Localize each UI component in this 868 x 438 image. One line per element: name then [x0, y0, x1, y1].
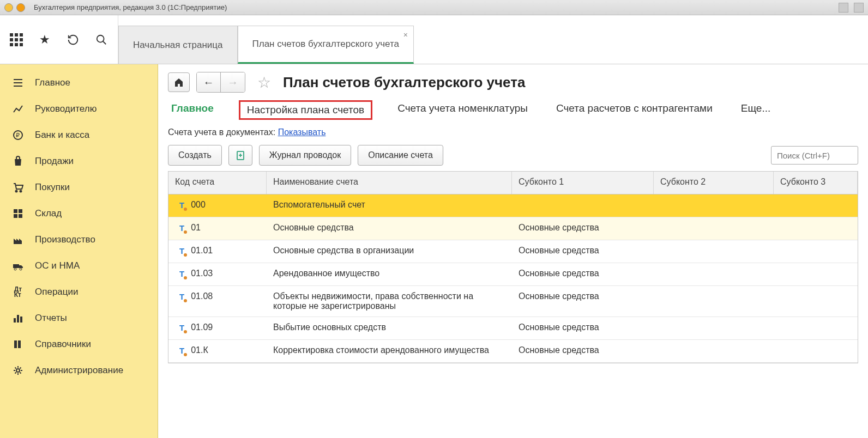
- cell-sub3: [774, 263, 858, 274]
- cell-sub3: [774, 340, 858, 351]
- accounts-in-docs-line: Счета учета в документах: Показывать: [168, 127, 858, 137]
- boxes-icon: [11, 206, 25, 221]
- svg-rect-20: [18, 340, 21, 348]
- sidebar-item-manager[interactable]: Руководителю: [0, 96, 158, 122]
- cell-sub3: [774, 240, 858, 251]
- history-icon[interactable]: [67, 33, 80, 46]
- tab-start-page[interactable]: Начальная страница: [118, 26, 238, 64]
- th-sub1[interactable]: Субконто 1: [512, 172, 654, 194]
- th-sub2[interactable]: Субконто 2: [654, 172, 774, 194]
- doc-line-link[interactable]: Показывать: [278, 127, 326, 137]
- subtab-settings[interactable]: Настройка плана счетов: [239, 100, 372, 120]
- window-minimize-button[interactable]: [4, 3, 13, 12]
- sidebar-item-operations[interactable]: ДтКт Операции: [0, 279, 158, 305]
- cell-name: Выбытие основных средств: [267, 317, 512, 338]
- sidebar-nav: Главное Руководителю ₽ Банк и касса Прод…: [0, 64, 158, 438]
- cell-sub1: [512, 194, 654, 205]
- cell-name: Корректировка стоимости арендованного им…: [267, 340, 512, 361]
- sidebar-item-warehouse[interactable]: Склад: [0, 200, 158, 227]
- sidebar-item-sales[interactable]: Продажи: [0, 148, 158, 174]
- cell-sub3: [774, 317, 858, 328]
- cell-sub3: [774, 286, 858, 297]
- svg-rect-19: [14, 340, 17, 348]
- svg-point-0: [97, 35, 104, 42]
- cell-code: 01.К: [191, 345, 208, 355]
- nav-back-button[interactable]: ←: [197, 72, 221, 92]
- table-row[interactable]: Т01.01Основные средства в организацииОсн…: [168, 240, 858, 263]
- cell-name: Основные средства в организации: [267, 240, 512, 261]
- table-header: Код счета Наименование счета Субконто 1 …: [168, 172, 858, 194]
- books-icon: [11, 337, 25, 351]
- window-title: Бухгалтерия предприятия, редакция 3.0 (1…: [34, 3, 227, 11]
- chart-bars-icon: [11, 311, 25, 325]
- sidebar-item-label: Склад: [35, 208, 62, 219]
- bag-icon: [11, 154, 25, 168]
- tab-chart-of-accounts[interactable]: План счетов бухгалтерского учета ×: [238, 26, 414, 64]
- sidebar-item-bank[interactable]: ₽ Банк и касса: [0, 122, 158, 148]
- table-row[interactable]: Т01Основные средстваОсновные средства: [168, 217, 858, 240]
- th-code[interactable]: Код счета: [168, 172, 267, 194]
- subtab-main[interactable]: Главное: [168, 100, 217, 120]
- account-type-icon: Т: [179, 292, 184, 301]
- subtab-contractors[interactable]: Счета расчетов с контрагентами: [553, 100, 716, 120]
- describe-button[interactable]: Описание счета: [358, 145, 443, 166]
- sidebar-item-production[interactable]: Производство: [0, 227, 158, 253]
- sidebar-item-admin[interactable]: Администрирование: [0, 357, 158, 384]
- table-row[interactable]: Т01.03Арендованное имуществоОсновные сре…: [168, 263, 858, 286]
- table-row[interactable]: Т01.08Объекты недвижимости, права собств…: [168, 286, 858, 317]
- th-name[interactable]: Наименование счета: [267, 172, 512, 194]
- th-sub3[interactable]: Субконто 3: [774, 172, 858, 194]
- table-row[interactable]: Т01.ККорректировка стоимости арендованно…: [168, 340, 858, 363]
- search-input[interactable]: [771, 146, 858, 165]
- cell-sub1: Основные средства: [512, 317, 654, 338]
- window-action-icon[interactable]: [854, 3, 864, 13]
- cart-icon: [11, 180, 25, 194]
- sidebar-item-assets[interactable]: ОС и НМА: [0, 253, 158, 279]
- subtab-nomenclature[interactable]: Счета учета номенклатуры: [394, 100, 531, 120]
- window-title-bar: Бухгалтерия предприятия, редакция 3.0 (1…: [0, 0, 868, 15]
- svg-rect-10: [19, 209, 22, 213]
- svg-rect-12: [19, 214, 22, 218]
- factory-icon: [11, 233, 25, 247]
- favorite-star-icon[interactable]: ☆: [257, 74, 271, 92]
- sidebar-item-label: Покупки: [35, 182, 70, 193]
- window-action-icon[interactable]: [839, 3, 848, 13]
- cell-sub2: [654, 286, 774, 297]
- favorites-star-icon[interactable]: ★: [38, 33, 51, 46]
- account-type-icon: Т: [179, 200, 184, 210]
- cell-sub1: Основные средства: [512, 340, 654, 361]
- account-type-icon: Т: [179, 223, 184, 233]
- cell-code: 01.08: [191, 291, 213, 301]
- cell-sub2: [654, 263, 774, 274]
- close-icon[interactable]: ×: [403, 31, 408, 39]
- cell-code: 01.01: [191, 246, 213, 256]
- svg-rect-16: [14, 318, 16, 323]
- account-type-icon: Т: [179, 246, 184, 256]
- cell-name: Арендованное имущество: [267, 263, 512, 284]
- doc-line-label: Счета учета в документах:: [168, 127, 278, 137]
- window-close-button[interactable]: [16, 3, 25, 12]
- svg-point-8: [20, 191, 22, 192]
- sidebar-item-purchases[interactable]: Покупки: [0, 174, 158, 200]
- account-type-icon: Т: [179, 346, 184, 355]
- sidebar-item-reports[interactable]: Отчеты: [0, 305, 158, 331]
- tab-label: Начальная страница: [133, 40, 223, 51]
- table-row[interactable]: Т01.09Выбытие основных средствОсновные с…: [168, 317, 858, 340]
- menu-icon: [11, 76, 25, 90]
- svg-line-1: [103, 41, 106, 44]
- table-row[interactable]: Т000Вспомогательный счет: [168, 194, 858, 217]
- search-icon[interactable]: [95, 33, 108, 46]
- nav-forward-button[interactable]: →: [221, 72, 245, 92]
- sidebar-item-label: Отчеты: [35, 313, 67, 324]
- action-toolbar: Создать Журнал проводок Описание счета: [168, 145, 858, 166]
- add-copy-button[interactable]: [228, 145, 252, 166]
- journal-button[interactable]: Журнал проводок: [259, 145, 351, 166]
- home-button[interactable]: [168, 72, 190, 92]
- document-tabs: Начальная страница План счетов бухгалтер…: [118, 15, 868, 64]
- subtab-more[interactable]: Еще...: [738, 100, 774, 120]
- sidebar-item-main[interactable]: Главное: [0, 70, 158, 96]
- apps-grid-icon[interactable]: [10, 33, 23, 46]
- create-button[interactable]: Создать: [168, 145, 222, 166]
- sidebar-item-reference[interactable]: Справочники: [0, 331, 158, 357]
- cell-sub2: [654, 217, 774, 228]
